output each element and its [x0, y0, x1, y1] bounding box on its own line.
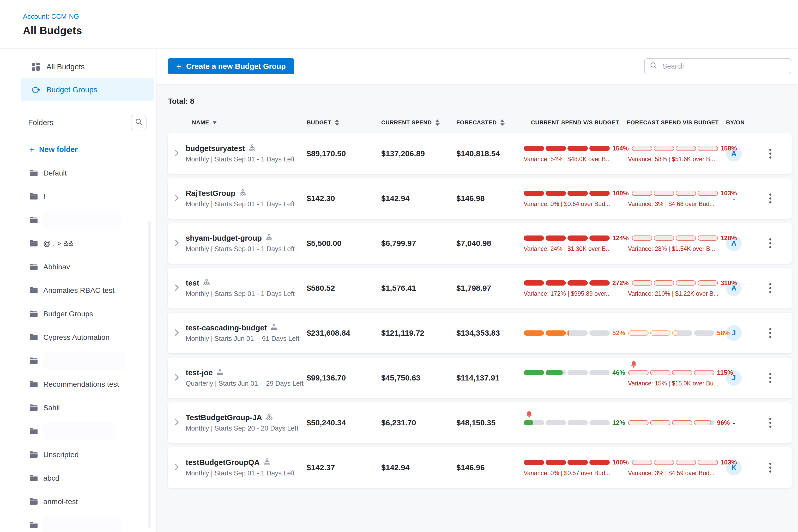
budget-group-name[interactable]: testBudgetGroupQA [186, 458, 260, 467]
table-header: NAME BUDGET CURRENT SPEND [168, 119, 792, 126]
column-header-forecasted[interactable]: FORECASTED [449, 119, 524, 126]
folder-item[interactable]: Sahil [0, 396, 156, 419]
kebab-menu-icon[interactable] [766, 459, 775, 476]
current-vs-budget-bar: 100% [524, 190, 629, 197]
plus-icon: + [176, 62, 182, 71]
row-expand-chevron[interactable] [168, 328, 186, 338]
spend-bars-cell: 154%158%Variance: 54% | $48.0K over B...… [524, 133, 719, 174]
variance-line: Variance: 172% | $995.89 over...Variance… [524, 290, 719, 297]
sidebar-item-budget-groups[interactable]: Budget Groups [21, 78, 154, 101]
bar-segment [694, 420, 714, 425]
total-count: Total: 8 [168, 97, 792, 106]
table-row[interactable]: TestBudgetGroup-JAMonthly | Starts Sep 2… [168, 402, 792, 443]
folder-item[interactable]: Budget Groups [0, 302, 156, 325]
folder-item[interactable]: ! [0, 185, 156, 208]
budget-group-name[interactable]: test [186, 279, 199, 287]
search-input[interactable] [661, 62, 785, 71]
budget-group-name[interactable]: budgetsuryatest [186, 144, 245, 153]
bar-segment [524, 420, 544, 425]
kebab-menu-icon[interactable] [766, 370, 775, 386]
bar-segment [694, 330, 714, 336]
sidebar-nav: All Budgets Budget Groups [0, 55, 156, 101]
folder-icon [29, 310, 38, 317]
column-header-current-spend[interactable]: CURRENT SPEND [374, 119, 449, 126]
table-row[interactable]: test-joeQuarterly | Starts Jun 01 - -29 … [168, 358, 792, 398]
forecasted-amount: $114,137.91 [449, 374, 524, 382]
table-row[interactable]: budgetsuryatestMonthly | Starts Sep 01 -… [168, 133, 792, 174]
folder-item[interactable] [0, 349, 156, 373]
folder-label: Default [43, 169, 67, 177]
row-expand-chevron[interactable] [168, 373, 186, 383]
table-body: budgetsuryatestMonthly | Starts Sep 01 -… [168, 133, 792, 488]
kebab-menu-icon[interactable] [766, 190, 775, 207]
table-row[interactable]: test-cascading-budgetMonthly | Starts Ju… [168, 313, 792, 353]
row-expand-chevron[interactable] [168, 194, 186, 204]
folder-item[interactable] [0, 513, 156, 532]
row-expand-chevron[interactable] [168, 463, 186, 473]
budget-group-name[interactable]: RajTestGroup [186, 189, 235, 198]
folder-item[interactable] [0, 419, 156, 443]
folder-item[interactable]: Unscripted [0, 443, 156, 466]
table-row[interactable]: testMonthly | Starts Sep 01 - 1 Days Lef… [168, 268, 792, 308]
row-menu-cell [749, 190, 792, 207]
table-row[interactable]: shyam-budget-groupMonthly | Starts Sep 0… [168, 223, 792, 264]
folder-item[interactable]: @ . > && [0, 232, 156, 255]
budget-period: Monthly | Starts Jun 01 - -91 Days Left [186, 335, 296, 342]
budget-group-name[interactable]: TestBudgetGroup-JA [186, 413, 262, 422]
bar-segment [546, 370, 566, 375]
account-breadcrumb[interactable]: Account: CCM-NG [23, 13, 798, 21]
folder-item[interactable] [0, 208, 156, 232]
table-row[interactable]: testBudgetGroupQAMonthly | Starts Sep 01… [168, 447, 792, 488]
kebab-menu-icon[interactable] [766, 415, 775, 431]
kebab-menu-icon[interactable] [766, 146, 775, 162]
folder-item[interactable]: Anomalies RBAC test [0, 279, 156, 302]
bar-segment [546, 420, 566, 425]
column-header-budget[interactable]: BUDGET [299, 119, 374, 126]
folder-label: abcd [43, 474, 59, 482]
folder-item[interactable]: Default [0, 161, 156, 185]
kebab-menu-icon[interactable] [766, 235, 775, 251]
forecasted-amount: $7,040.98 [449, 239, 524, 248]
create-budget-group-button[interactable]: + Create a new Budget Group [168, 58, 294, 74]
kebab-menu-icon[interactable] [766, 280, 775, 296]
folder-item[interactable]: Cypress Automation [0, 325, 156, 349]
bar-segment [589, 330, 610, 336]
folder-search-button[interactable] [131, 115, 147, 130]
sidebar-item-all-budgets[interactable]: All Budgets [21, 55, 154, 78]
column-header-name[interactable]: NAME [168, 119, 299, 126]
current-spend-amount: $45,750.63 [374, 374, 449, 382]
bar-segment [672, 330, 692, 336]
chevron-right-icon [175, 283, 179, 293]
row-expand-chevron[interactable] [168, 149, 186, 158]
redacted-folder-label [43, 422, 116, 440]
folder-item[interactable]: abcd [0, 466, 156, 490]
layout: All Budgets Budget Groups Folders [0, 48, 798, 532]
folder-icon [29, 357, 38, 364]
row-expand-chevron[interactable] [168, 283, 186, 293]
folder-item[interactable]: anmol-test [0, 490, 156, 513]
bar-segment [568, 460, 588, 465]
budget-group-name[interactable]: test-joe [186, 368, 213, 377]
current-vs-budget-bar: 52% [524, 329, 625, 337]
budget-group-name-cell: shyam-budget-groupMonthly | Starts Sep 0… [186, 234, 299, 253]
bar-percent-label: 58% [717, 329, 730, 337]
budget-period: Monthly | Starts Sep 20 - 20 Days Left [186, 424, 296, 432]
folder-item[interactable]: Abhinav [0, 255, 156, 279]
piggy-bank-icon [31, 86, 40, 94]
row-expand-chevron[interactable] [168, 239, 186, 248]
budget-group-name[interactable]: test-cascading-budget [186, 324, 267, 332]
current-vs-budget-bar: 154% [524, 145, 629, 152]
new-folder-button[interactable]: + New folder [29, 145, 156, 154]
column-label: BY/ON [726, 119, 744, 126]
folder-item[interactable]: Recommendations test [0, 373, 156, 396]
row-menu-cell [749, 370, 792, 386]
bar-segment [589, 370, 610, 375]
table-row[interactable]: RajTestGroupMonthly | Starts Sep 01 - 1 … [168, 178, 792, 219]
kebab-menu-icon[interactable] [766, 325, 775, 341]
row-expand-chevron[interactable] [168, 418, 186, 428]
bar-segment [524, 146, 544, 151]
bar-segment [524, 235, 544, 241]
redacted-folder-label [43, 352, 127, 369]
budget-group-name[interactable]: shyam-budget-group [186, 234, 262, 243]
search-icon [650, 61, 657, 71]
